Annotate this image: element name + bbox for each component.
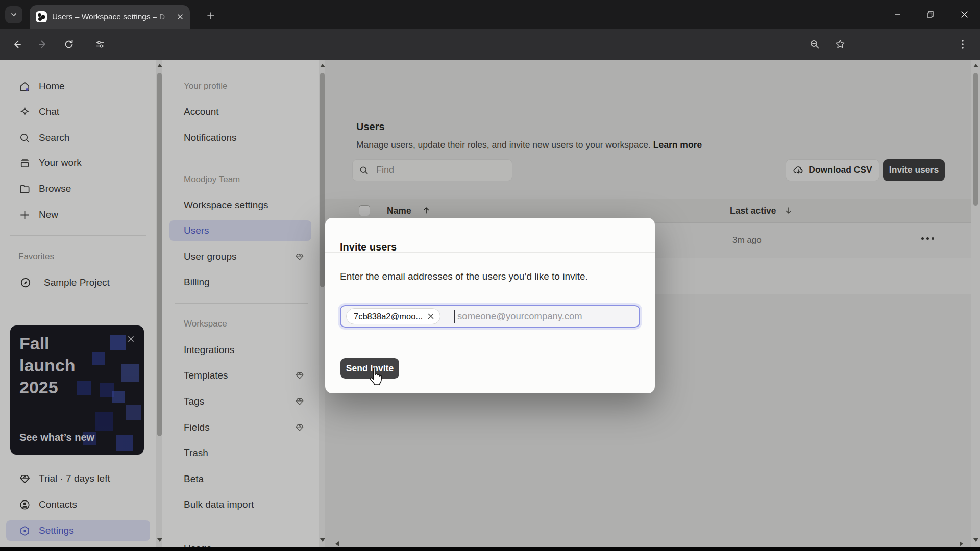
new-tab-button[interactable] <box>203 8 218 23</box>
back-icon[interactable] <box>11 39 22 50</box>
window-restore-button[interactable] <box>918 4 942 24</box>
browser-tab-strip: Users – Workspace settings – D <box>0 0 980 29</box>
window-minimize-button[interactable] <box>886 4 909 24</box>
modal-description: Enter the email addresses of the users y… <box>340 271 588 282</box>
email-chip-text: 7cb838a2@moo... <box>354 312 423 321</box>
screen: Users – Workspace settings – D <box>0 0 980 551</box>
bookmark-star-icon[interactable] <box>835 39 846 50</box>
browser-toolbar: moodjoy-team-2h2v.dovetail.com/settings/… <box>0 29 980 60</box>
chip-remove-icon[interactable] <box>428 313 434 319</box>
browser-tab[interactable]: Users – Workspace settings – D <box>30 5 190 29</box>
reload-icon[interactable] <box>64 39 75 49</box>
email-input[interactable] <box>456 310 634 322</box>
tab-close-icon[interactable] <box>177 13 184 20</box>
site-settings-icon[interactable] <box>95 39 105 49</box>
forward-icon[interactable] <box>37 39 48 50</box>
modal-divider <box>325 252 655 253</box>
zoom-icon[interactable] <box>810 39 820 49</box>
chevron-down-icon <box>10 11 17 18</box>
email-addresses-field[interactable]: 7cb838a2@moo... <box>340 305 640 328</box>
tab-title: Users – Workspace settings – D <box>52 12 173 21</box>
mouse-cursor <box>366 367 384 387</box>
window-close-button[interactable] <box>952 4 976 24</box>
email-chip[interactable]: 7cb838a2@moo... <box>346 308 440 324</box>
screen-edge-bar <box>0 547 980 551</box>
dovetail-favicon <box>36 11 47 22</box>
text-caret <box>454 310 455 323</box>
modal-title: Invite users <box>340 241 397 253</box>
tab-search-button[interactable] <box>5 6 22 23</box>
invite-users-modal: Invite users Enter the email addresses o… <box>325 218 655 393</box>
browser-menu-icon[interactable] <box>961 39 964 49</box>
